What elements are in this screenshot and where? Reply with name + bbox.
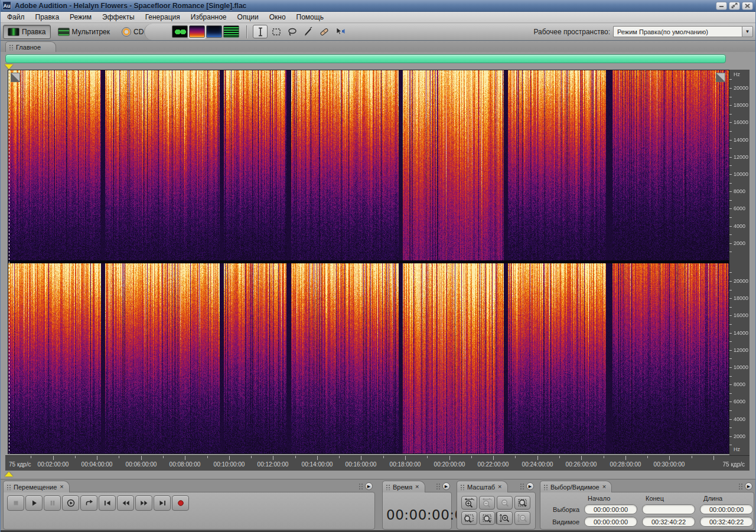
effects-paintbrush-tool[interactable] [301, 25, 315, 38]
transport-panel-close-icon[interactable]: × [60, 484, 63, 490]
freq-label-2000: 2000 [734, 240, 745, 246]
menu-item-1[interactable]: Файл [2, 12, 30, 22]
zoom-out-full-button[interactable] [497, 496, 513, 510]
marquee-selection-tool[interactable] [269, 25, 284, 38]
zoom-to-selection-button[interactable] [514, 496, 530, 510]
zoom-selection-right-button[interactable] [479, 511, 495, 525]
zoom-out-horizontal-button[interactable] [479, 496, 495, 510]
Видимое-Конец-field[interactable]: 00:32:40:22 [642, 517, 695, 527]
go-to-end-button[interactable] [154, 495, 171, 511]
play-from-cursor-icon [66, 499, 76, 507]
lasso-selection-tool[interactable] [285, 25, 299, 38]
time-ruler[interactable]: 75 кдр/с 75 кдр/с 00:02:00:0000:04:00:00… [5, 455, 750, 471]
menu-item-7[interactable]: Опции [232, 12, 264, 22]
mode-button-cd[interactable]: CD [117, 25, 148, 39]
restore-button[interactable] [729, 2, 740, 10]
panel-menu-icon[interactable]: ▶ [526, 482, 534, 490]
playhead-cursor[interactable] [9, 70, 9, 453]
time-panel-menu[interactable]: ▶ [436, 482, 450, 490]
range-grip-left-icon[interactable] [11, 73, 20, 82]
time-selection-tool[interactable] [253, 25, 268, 38]
Выборка-Длина-field[interactable]: 00:00:00:00 [700, 504, 753, 514]
tab-main[interactable]: Главное [5, 41, 56, 52]
fast-forward-button[interactable] [135, 495, 152, 511]
title-bar[interactable]: Au Adobe Audition - Helalyn Flowers - Sp… [1, 0, 756, 12]
zoom-in-horizontal-button[interactable] [461, 496, 477, 510]
rewind-button[interactable] [117, 495, 134, 511]
spectral-frequency-view-button[interactable] [189, 25, 205, 38]
scrub-tool[interactable] [333, 25, 347, 38]
time-tick [515, 456, 516, 458]
selection-panel-tab[interactable]: Выбор/Видимое × [540, 481, 612, 492]
mode-button-мультитрек[interactable]: Мультитрек [53, 25, 115, 39]
panel-menu-icon[interactable]: ▶ [745, 482, 752, 490]
mode-button-правка[interactable]: Правка [3, 25, 51, 39]
selection-panel-title: Выбор/Видимое [550, 484, 599, 491]
time-panel-body: 00:00:00:00 [382, 492, 452, 530]
spectral-pan-view-button[interactable] [206, 25, 222, 38]
panel-menu-icon[interactable]: ▶ [442, 482, 450, 490]
selection-panel-menu[interactable]: ▶ [738, 482, 752, 490]
freq-tick [729, 114, 732, 115]
freq-tick [729, 410, 732, 411]
transport-panel-tab[interactable]: Перемещение × [3, 481, 70, 492]
workspace-select[interactable]: Режим Правка(по умолчанию) [613, 26, 742, 37]
waveform-view-button[interactable] [172, 25, 188, 38]
Выборка-Начало-field[interactable]: 00:00:00:00 [584, 504, 637, 514]
minimize-button[interactable] [716, 2, 727, 10]
time-tick [229, 456, 230, 460]
playhead-marker-bottom-icon[interactable] [5, 472, 13, 476]
close-button[interactable] [742, 2, 753, 10]
time-panel-close-icon[interactable]: × [415, 484, 419, 490]
pause-button[interactable] [44, 495, 61, 511]
play-button[interactable] [25, 495, 43, 511]
freq-label-14000: 14000 [734, 330, 748, 336]
time-panel-tab[interactable]: Время × [382, 481, 425, 492]
Видимое-Длина-field[interactable]: 00:32:40:22 [700, 517, 753, 527]
menu-item-6[interactable]: Избранное [185, 12, 232, 22]
spectral-phase-view-button[interactable] [223, 25, 239, 38]
freq-tick [729, 436, 732, 437]
record-button[interactable] [172, 495, 189, 511]
play-from-cursor-button[interactable] [62, 495, 79, 511]
play-looped-button[interactable] [80, 495, 97, 511]
go-to-start-button[interactable] [99, 495, 116, 511]
transport-panel-menu[interactable]: ▶ [359, 482, 373, 490]
time-label-6min: 00:06:00:00 [126, 461, 157, 468]
spot-healing-brush-tool[interactable] [317, 25, 331, 38]
range-grip-right-icon[interactable] [716, 73, 725, 82]
time-label-8min: 00:08:00:00 [170, 461, 201, 468]
stop-icon [11, 499, 21, 507]
zoom-panel-close-icon[interactable]: × [498, 484, 501, 490]
zoom-out-vertical-button[interactable] [514, 511, 530, 525]
menu-item-4[interactable]: Эффекты [97, 12, 140, 22]
Видимое-Начало-field[interactable]: 00:00:00:00 [584, 517, 637, 527]
selection-panel-close-icon[interactable]: × [602, 484, 606, 490]
freq-tick [729, 79, 732, 80]
menu-item-8[interactable]: Окно [264, 12, 291, 22]
freq-tick [729, 315, 732, 316]
range-navigator-bar[interactable] [5, 54, 726, 63]
Выборка-Конец-field[interactable] [642, 504, 695, 514]
panel-dock: Перемещение × ▶ Время × ▶ 00:00:00: [1, 479, 756, 530]
stop-button[interactable] [7, 495, 24, 511]
workspace-dropdown-arrow-icon[interactable]: ▼ [742, 26, 753, 37]
zoom-panel-tab[interactable]: Масштаб × [457, 481, 508, 492]
spectrogram-left-channel[interactable] [8, 70, 729, 260]
menu-item-2[interactable]: Правка [30, 12, 65, 22]
zoom-panel-menu[interactable]: ▶ [520, 482, 534, 490]
spectrogram-right-channel[interactable] [8, 263, 729, 453]
zoom-in-vertical-button[interactable] [497, 511, 513, 525]
zoom-selection-left-icon [464, 513, 475, 523]
freq-label-6000: 6000 [734, 399, 745, 404]
menu-item-3[interactable]: Режим [64, 12, 97, 22]
panel-menu-icon[interactable]: ▶ [365, 482, 373, 490]
zoom-selection-left-button[interactable] [461, 511, 477, 525]
time-tick [163, 456, 164, 458]
selection-panel-body: НачалоКонецДлинаВыборка00:00:00:0000:00:… [540, 492, 754, 530]
frequency-ruler[interactable]: Hz20000180001600014000120001000080006000… [729, 70, 750, 455]
playhead-marker-top-icon[interactable] [5, 64, 13, 69]
menu-item-9[interactable]: Помощь [291, 12, 329, 22]
menu-item-5[interactable]: Генерация [140, 12, 185, 22]
time-tick [185, 456, 185, 460]
